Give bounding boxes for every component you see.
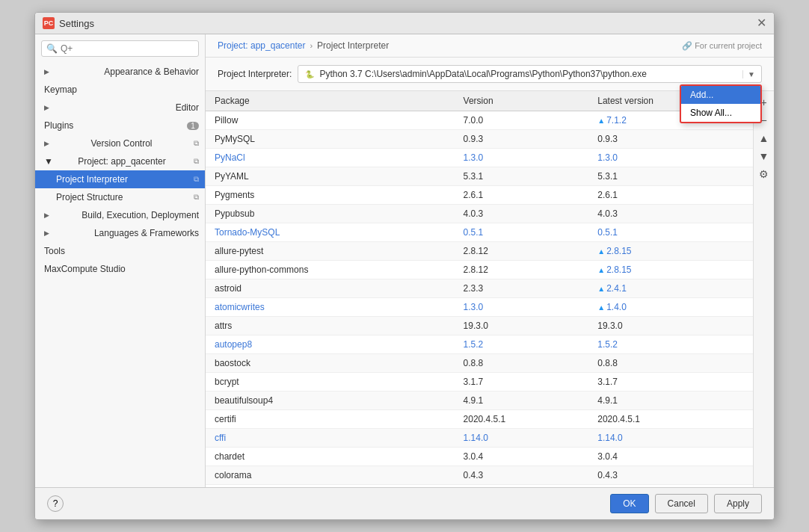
package-version: 19.3.0 (455, 317, 589, 335)
sidebar-item-keymap[interactable]: Keymap (35, 81, 205, 99)
scrollbar-down-button[interactable]: ▼ (756, 148, 772, 164)
package-table-container[interactable]: Package Version Latest version Pillow7.0… (206, 91, 753, 487)
package-latest: 5.3.1 (588, 167, 753, 186)
breadcrumb-separator: › (310, 41, 313, 50)
table-row[interactable]: Pillow7.0.0▲7.1.2 (206, 111, 753, 130)
sidebar-sub-item-structure-label: Project Structure (56, 192, 123, 202)
table-row[interactable]: attrs19.3.019.3.0 (206, 317, 753, 335)
for-project-text: For current project (695, 41, 762, 50)
table-row[interactable]: colorama0.4.30.4.3 (206, 466, 753, 485)
interpreter-copy-icon: ⧉ (194, 175, 199, 184)
package-name: bcrypt (206, 373, 455, 392)
package-area: Package Version Latest version Pillow7.0… (206, 91, 774, 487)
sidebar-item-plugins-label: Plugins (44, 120, 73, 131)
interpreter-dropdown-popup: Add... Show All... (680, 84, 762, 123)
sidebar-item-appearance[interactable]: Appearance & Behavior (35, 63, 205, 81)
package-name: atomicwrites (206, 298, 455, 317)
package-name: astroid (206, 279, 455, 298)
table-row[interactable]: autopep81.5.21.5.2 (206, 335, 753, 354)
table-row[interactable]: astroid2.3.3▲2.4.1 (206, 279, 753, 298)
package-latest: 1.14.0 (588, 429, 753, 448)
package-latest: 5.0.0 (588, 485, 753, 488)
help-button[interactable]: ? (47, 495, 64, 512)
package-latest: ▲2.8.15 (588, 261, 753, 279)
sidebar-item-version-control[interactable]: Version Control ⧉ (35, 134, 205, 152)
breadcrumb-project[interactable]: Project: app_qacenter (218, 40, 305, 51)
package-latest: 4.0.3 (588, 205, 753, 223)
table-row[interactable]: Pypubsub4.0.34.0.3 (206, 205, 753, 223)
latest-version-value: 2.4.1 (606, 283, 627, 294)
table-row[interactable]: atomicwrites1.3.0▲1.4.0 (206, 298, 753, 317)
upgrade-arrow-icon: ▲ (597, 117, 605, 125)
sidebar-item-maxcompute[interactable]: MaxCompute Studio (35, 260, 205, 278)
table-row[interactable]: PyYAML5.3.15.3.1 (206, 167, 753, 186)
sidebar-item-build[interactable]: Build, Execution, Deployment (35, 206, 205, 224)
col-package: Package (206, 91, 455, 111)
sidebar-item-editor[interactable]: Editor (35, 99, 205, 117)
close-button[interactable]: ✕ (757, 17, 766, 29)
sidebar-item-project-label: Project: app_qacenter (78, 156, 165, 167)
sidebar-item-languages-label: Languages & Frameworks (94, 228, 199, 238)
settings-dialog: PC Settings ✕ 🔍 Appearance & Behavior Ke… (34, 12, 775, 520)
package-version: 1.3.0 (455, 298, 589, 317)
sidebar-item-tools[interactable]: Tools (35, 242, 205, 260)
table-row[interactable]: configparser5.0.05.0.0 (206, 485, 753, 488)
table-row[interactable]: cffi1.14.01.14.0 (206, 429, 753, 448)
for-project-icon: 🔗 (682, 41, 692, 50)
interpreter-select[interactable]: 🐍 Python 3.7 C:\Users\admin\AppData\Loca… (298, 65, 762, 83)
scrollbar-up-button[interactable]: ▲ (756, 130, 772, 146)
apply-button[interactable]: Apply (714, 494, 762, 513)
project-copy-icon: ⧉ (194, 157, 199, 166)
package-latest: 2020.4.5.1 (588, 410, 753, 429)
add-interpreter-button[interactable]: Add... (681, 86, 760, 104)
package-name: PyMySQL (206, 130, 455, 149)
package-latest: 0.9.3 (588, 130, 753, 149)
table-row[interactable]: certifi2020.4.5.12020.4.5.1 (206, 410, 753, 429)
sidebar-item-languages[interactable]: Languages & Frameworks (35, 224, 205, 242)
sidebar-search-box[interactable]: 🔍 (41, 40, 199, 57)
package-version: 4.9.1 (455, 392, 589, 410)
sidebar-item-project-interpreter[interactable]: Project Interpreter ⧉ (35, 170, 205, 188)
sidebar-item-maxcompute-label: MaxCompute Studio (44, 264, 126, 274)
package-latest: 3.1.7 (588, 373, 753, 392)
table-row[interactable]: allure-python-commons2.8.12▲2.8.15 (206, 261, 753, 279)
package-version: 2.6.1 (455, 186, 589, 205)
interpreter-value: Python 3.7 C:\Users\admin\AppData\Local\… (319, 69, 647, 79)
sidebar-item-plugins[interactable]: Plugins 1 (35, 117, 205, 134)
package-version: 0.4.3 (455, 466, 589, 485)
sidebar-item-editor-label: Editor (176, 102, 199, 113)
settings-package-button[interactable]: ⚙ (756, 166, 772, 182)
for-project-link[interactable]: 🔗 For current project (682, 41, 762, 51)
package-version: 3.0.4 (455, 448, 589, 466)
table-row[interactable]: beautifulsoup44.9.14.9.1 (206, 392, 753, 410)
package-version: 1.5.2 (455, 335, 589, 354)
sidebar-item-project-structure[interactable]: Project Structure ⧉ (35, 188, 205, 206)
package-latest: 19.3.0 (588, 317, 753, 335)
package-latest: 2.6.1 (588, 186, 753, 205)
table-row[interactable]: PyMySQL0.9.30.9.3 (206, 130, 753, 149)
show-all-button[interactable]: Show All... (681, 104, 760, 122)
package-version: 0.8.8 (455, 354, 589, 373)
ok-button[interactable]: OK (610, 494, 648, 513)
sidebar-item-project[interactable]: Project: app_qacenter ⧉ (35, 152, 205, 170)
app-icon: PC (43, 17, 55, 29)
table-row[interactable]: allure-pytest2.8.12▲2.8.15 (206, 242, 753, 261)
sidebar-search-input[interactable] (61, 43, 194, 54)
package-latest: 4.9.1 (588, 392, 753, 410)
sidebar-item-keymap-label: Keymap (44, 84, 77, 95)
package-version: 0.5.1 (455, 223, 589, 242)
table-row[interactable]: bcrypt3.1.73.1.7 (206, 373, 753, 392)
table-row[interactable]: PyNaCl1.3.01.3.0 (206, 149, 753, 167)
package-latest: 1.5.2 (588, 335, 753, 354)
table-row[interactable]: Tornado-MySQL0.5.10.5.1 (206, 223, 753, 242)
package-latest: 1.3.0 (588, 149, 753, 167)
package-name: colorama (206, 466, 455, 485)
package-name: Tornado-MySQL (206, 223, 455, 242)
table-row[interactable]: chardet3.0.43.0.4 (206, 448, 753, 466)
sidebar: 🔍 Appearance & Behavior Keymap Editor Pl… (35, 34, 206, 487)
table-row[interactable]: baostock0.8.80.8.8 (206, 354, 753, 373)
package-version: 2020.4.5.1 (455, 410, 589, 429)
table-row[interactable]: Pygments2.6.12.6.1 (206, 186, 753, 205)
package-version: 1.14.0 (455, 429, 589, 448)
cancel-button[interactable]: Cancel (655, 494, 708, 513)
